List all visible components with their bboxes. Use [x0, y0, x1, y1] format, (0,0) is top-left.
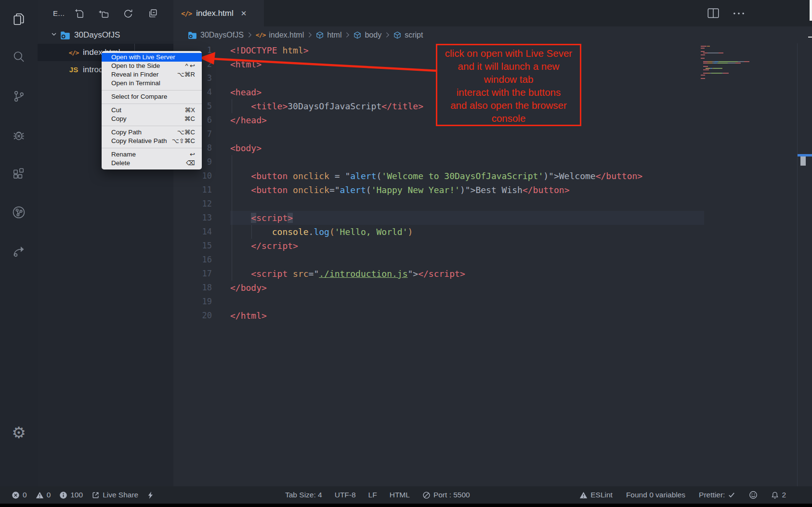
status-item-label: UTF-8 — [335, 491, 356, 499]
status-smiley[interactable] — [749, 491, 758, 499]
menu-item-shortcut: ^ ↩ — [185, 62, 195, 70]
code-line-7[interactable]: 7 — [173, 127, 704, 141]
menu-item-label: Rename — [111, 150, 136, 159]
menu-item-open-in-terminal[interactable]: Open in Terminal — [102, 79, 202, 88]
explorer-folder-row[interactable]: 30DaysOfJS — [38, 26, 173, 44]
collapse-all-icon[interactable] — [147, 8, 158, 19]
menu-item-select-for-compare[interactable]: Select for Compare — [102, 92, 202, 101]
status-prettier[interactable]: Prettier: — [699, 491, 735, 499]
chevron-down-icon — [51, 30, 57, 40]
refresh-icon[interactable] — [123, 8, 133, 19]
code-line-10[interactable]: 10 <button onclick = "alert('Welcome to … — [173, 169, 704, 183]
js-file-icon: JS — [67, 65, 80, 75]
status-tab-size-4[interactable]: Tab Size: 4 — [285, 491, 322, 499]
breadcrumb-item-html[interactable]: html — [316, 31, 341, 39]
menu-item-copy-path[interactable]: Copy Path⌥⌘C — [102, 128, 202, 137]
split-editor-icon[interactable] — [707, 7, 720, 20]
status-100[interactable]: 100 — [59, 491, 83, 499]
code-line-15[interactable]: 15 </script> — [173, 239, 704, 253]
code-line-19[interactable]: 19 — [173, 295, 704, 309]
minimap[interactable] — [701, 46, 797, 89]
html-file-icon: </> — [181, 10, 192, 17]
search-icon[interactable] — [7, 45, 31, 69]
indent-guide — [232, 99, 232, 113]
status-eslint[interactable]: ESLint — [579, 491, 613, 499]
new-file-icon[interactable] — [74, 8, 85, 19]
status-item-label: Prettier: — [699, 491, 725, 499]
new-folder-icon[interactable] — [98, 8, 109, 19]
symbol-cube-icon — [393, 31, 401, 39]
code-line-text: <button onclick="alert('Happy New Year!'… — [230, 183, 704, 197]
code-line-8[interactable]: 8<body> — [173, 141, 704, 155]
line-number: 17 — [173, 267, 212, 281]
code-line-text — [230, 295, 704, 309]
menu-item-reveal-in-finder[interactable]: Reveal in Finder⌥⌘R — [102, 70, 202, 79]
live-share-icon — [92, 491, 100, 499]
close-icon[interactable]: ✕ — [241, 9, 247, 18]
status-0[interactable]: 0 — [12, 491, 27, 499]
code-line-12[interactable]: 12 — [173, 197, 704, 211]
status-lightning[interactable] — [147, 491, 154, 499]
check-icon — [728, 491, 735, 499]
code-line-18[interactable]: 18</body> — [173, 281, 704, 295]
code-line-16[interactable]: 16 — [173, 253, 704, 267]
tab-index-html[interactable]: </> index.html ✕ — [173, 0, 264, 26]
menu-item-label: Copy Path — [111, 128, 142, 137]
more-actions-icon[interactable] — [732, 7, 746, 20]
annotation-line: window tab — [437, 73, 580, 86]
annotation-box: click on open with Live Severand it will… — [436, 44, 581, 126]
status-item-label: LF — [368, 491, 377, 499]
status-2[interactable]: 2 — [771, 491, 786, 499]
menu-item-open-to-the-side[interactable]: Open to the Side^ ↩ — [102, 62, 202, 70]
code-line-17[interactable]: 17 <script src="./introduction.js"></scr… — [173, 267, 704, 281]
menu-separator — [102, 90, 202, 91]
status-found-0-variables[interactable]: Found 0 variables — [626, 491, 685, 499]
status-live-share[interactable]: Live Share — [92, 491, 138, 499]
minimap-line-fragment — [730, 63, 735, 64]
menu-item-rename[interactable]: Rename↩ — [102, 150, 202, 159]
status-item-label: Tab Size: 4 — [285, 491, 322, 499]
code-line-11[interactable]: 11 <button onclick="alert('Happy New Yea… — [173, 183, 704, 197]
minimap-line-fragment — [704, 66, 707, 67]
minimap-line-fragment — [735, 63, 741, 64]
circle-share-icon[interactable] — [7, 200, 31, 224]
menu-item-label: Cut — [111, 106, 121, 115]
extensions-icon[interactable] — [7, 162, 31, 186]
status-lf[interactable]: LF — [368, 491, 377, 499]
html-file-icon: </> — [67, 48, 80, 57]
status-item-label: Found 0 variables — [626, 491, 685, 499]
breadcrumb-item-script[interactable]: script — [393, 31, 423, 39]
status-item-label: Live Share — [103, 491, 138, 499]
code-line-20[interactable]: 20</html> — [173, 309, 704, 323]
debug-icon[interactable] — [7, 123, 31, 147]
code-line-13[interactable]: 13 <script> — [173, 211, 704, 225]
code-line-9[interactable]: 9 — [173, 155, 704, 169]
breadcrumb-item-30daysofjs[interactable]: 30DaysOfJS — [188, 31, 244, 39]
menu-item-delete[interactable]: Delete⌫ — [102, 159, 202, 168]
source-control-icon[interactable] — [7, 84, 31, 108]
settings-gear-icon[interactable]: ⚙ — [7, 420, 31, 444]
files-icon[interactable] — [7, 7, 31, 31]
folder-name: 30DaysOfJS — [74, 30, 120, 40]
status-utf-8[interactable]: UTF-8 — [335, 491, 356, 499]
breadcrumb-item-body[interactable]: body — [354, 31, 381, 39]
scrollbar-handle[interactable] — [800, 156, 806, 166]
menu-item-copy-relative-path[interactable]: Copy Relative Path⌥⇧⌘C — [102, 137, 202, 145]
breadcrumb-label: body — [365, 31, 381, 39]
minimap-line-fragment — [711, 73, 722, 74]
code-line-text: <body> — [230, 141, 704, 155]
code-line-text: <script> — [230, 211, 704, 225]
menu-item-copy[interactable]: Copy⌘C — [102, 115, 202, 123]
menu-item-open-with-live-server[interactable]: Open with Live Server — [102, 53, 202, 62]
annotation-line: and it will launch a new — [437, 60, 580, 73]
share-arrow-icon[interactable] — [7, 239, 31, 263]
breadcrumb-item-index-html[interactable]: </>index.html — [256, 31, 304, 39]
menu-item-cut[interactable]: Cut⌘X — [102, 106, 202, 115]
menu-item-shortcut: ⌥⌘R — [177, 70, 195, 79]
status-port-5500[interactable]: Port : 5500 — [422, 491, 470, 499]
status-html[interactable]: HTML — [390, 491, 410, 499]
minimap-line-fragment — [701, 48, 705, 49]
status-0[interactable]: 0 — [36, 491, 51, 499]
annotation-line: interact with the buttons — [437, 86, 580, 99]
code-line-14[interactable]: 14 console.log('Hello, World') — [173, 225, 704, 239]
